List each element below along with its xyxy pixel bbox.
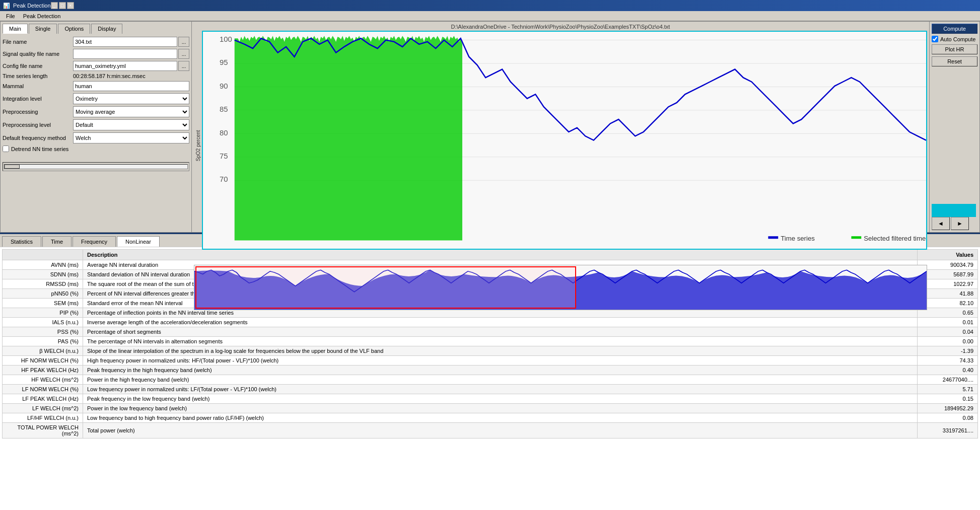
config-file-label: Config file name [3,63,73,69]
tab-options[interactable]: Options [58,24,90,34]
description-cell: Low frequency band to high frequency ban… [83,413,918,423]
signal-quality-input[interactable] [73,49,177,59]
compute-button[interactable]: Compute [932,24,977,34]
mammal-input[interactable] [73,81,189,91]
main-chart[interactable]: 100 95 90 85 80 75 70 [202,31,927,250]
table-row: PSS (%) Percentage of short segments 0.0… [3,327,978,337]
time-series-row: Time series length 00:28:58.187 h:min:se… [3,73,189,79]
file-name-row: File name ... [3,37,189,47]
svg-rect-16 [851,236,861,239]
auto-compute-row: Auto Compute [932,36,977,42]
signal-quality-row: Signal quality file name ... [3,49,189,59]
metric-cell: PSS (%) [3,327,83,337]
description-cell: Percentage of short segments [83,327,918,337]
config-file-input[interactable] [73,61,177,71]
auto-compute-checkbox[interactable] [932,36,938,42]
default-freq-select[interactable]: Welch [73,132,189,143]
file-name-input[interactable] [73,37,177,47]
scroll-area[interactable] [3,162,189,171]
minimize-button[interactable]: _ [51,2,58,9]
value-cell: 24677040.... [918,375,978,385]
value-cell: 0.40 [918,366,978,375]
metric-cell: HF PEAK WELCH (Hz) [3,366,83,375]
preprocessing-level-select[interactable]: Default [73,119,189,130]
value-cell: 0.00 [918,337,978,346]
description-cell: Power in the high frequency band (welch) [83,375,918,385]
metric-cell: SEM (ms) [3,299,83,308]
description-cell: The percentage of NN intervals in altern… [83,337,918,346]
value-cell: 33197261.... [918,423,978,439]
description-cell: Slope of the linear interpolation of the… [83,346,918,356]
description-cell: High frequency power in normalized units… [83,356,918,366]
metric-cell: HF WELCH (ms^2) [3,375,83,385]
detrend-checkbox[interactable] [3,145,9,152]
tab-main[interactable]: Main [3,24,28,34]
time-series-label: Time series length [3,73,73,79]
nav-next-button[interactable]: ► [951,217,969,230]
metric-cell: pNN50 (%) [3,289,83,299]
metric-cell: SDNN (ms) [3,270,83,279]
tab-frequency[interactable]: Frequency [73,236,116,247]
config-file-row: Config file name ... [3,61,189,71]
close-button[interactable]: × [67,2,74,9]
metric-cell: LF PEAK WELCH (Hz) [3,394,83,404]
tab-nonlinear[interactable]: NonLinear [117,236,160,247]
tab-statistics[interactable]: Statistics [2,236,41,247]
tab-time[interactable]: Time [42,236,72,247]
metric-cell: IALS (n.u.) [3,318,83,327]
mammal-label: Mammal [3,83,73,89]
value-cell: 0.08 [918,413,978,423]
default-freq-label: Default frequency method [3,135,73,141]
file-name-browse[interactable]: ... [178,37,189,47]
svg-text:90: 90 [220,82,228,90]
svg-text:95: 95 [220,58,228,66]
preprocessing-row: Preprocessing Moving average [3,106,189,117]
maximize-button[interactable]: □ [59,2,66,9]
time-series-value: 00:28:58.187 h:min:sec.msec [73,73,146,79]
table-row: HF WELCH (ms^2) Power in the high freque… [3,375,978,385]
detrend-row: Detrend NN time series [3,145,189,152]
config-file-browse[interactable]: ... [178,61,189,71]
mini-chart[interactable] [194,265,927,310]
svg-text:Selected filtered time series: Selected filtered time series [864,235,926,242]
metric-cell: LF/HF WELCH (n.u.) [3,413,83,423]
tab-display[interactable]: Display [91,24,122,34]
value-cell: -1.39 [918,346,978,356]
integration-select[interactable]: Oximetry [73,93,189,104]
preprocessing-select[interactable]: Moving average [73,106,189,117]
left-panel: Main Single Options Display File name ..… [1,22,192,232]
signal-quality-browse[interactable]: ... [178,49,189,59]
svg-text:80: 80 [220,129,228,137]
value-cell: 5.71 [918,385,978,394]
description-cell: Peak frequency in the low frequency band… [83,394,918,404]
nav-prev-button[interactable]: ◄ [932,217,950,230]
cyan-bar [932,204,976,217]
svg-text:100: 100 [220,35,232,43]
metric-cell: PIP (%) [3,308,83,318]
value-cell: 1894952.29 [918,404,978,413]
table-row: LF PEAK WELCH (Hz) Peak frequency in the… [3,394,978,404]
window-icon: 📊 [3,3,10,9]
value-cell: 0.15 [918,394,978,404]
plot-hr-button[interactable]: Plot HR [932,44,977,54]
reset-button[interactable]: Reset [932,56,977,66]
auto-compute-label: Auto Compute [940,36,975,42]
table-row: TOTAL POWER WELCH (ms^2) Total power (we… [3,423,978,439]
menu-bar: File Peak Detection [0,11,980,21]
tab-single[interactable]: Single [29,24,57,34]
description-cell: Inverse average length of the accelerati… [83,318,918,327]
integration-row: Integration level Oximetry [3,93,189,104]
table-row: LF WELCH (ms^2) Power in the low frequen… [3,404,978,413]
default-freq-row: Default frequency method Welch [3,132,189,143]
integration-label: Integration level [3,96,73,102]
svg-rect-14 [768,236,778,239]
title-bar-title: Peak Detection [13,3,51,9]
svg-text:Time series: Time series [781,235,815,242]
selection-rect[interactable] [195,266,576,309]
nav-buttons: ◄ ► [932,217,977,230]
menu-file[interactable]: File [2,12,19,20]
detrend-label: Detrend NN time series [11,146,68,152]
menu-peak-detection[interactable]: Peak Detection [19,12,65,20]
main-tabs: Main Single Options Display [3,24,189,34]
metric-cell: TOTAL POWER WELCH (ms^2) [3,423,83,439]
